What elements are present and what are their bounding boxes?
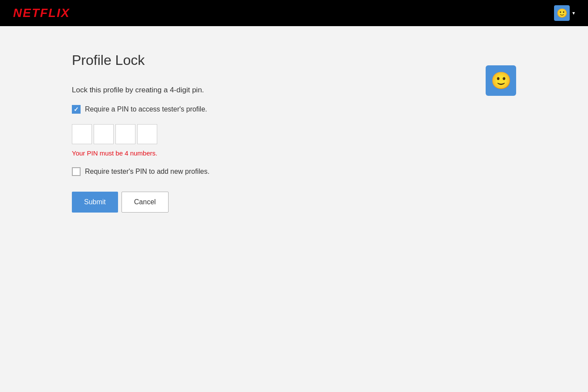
- main-wrapper: Profile Lock 🙂 Lock this profile by crea…: [0, 26, 588, 392]
- pin-input-3[interactable]: [115, 124, 135, 144]
- submit-button[interactable]: Submit: [72, 192, 118, 213]
- checkbox2-label: Require tester's PIN to add new profiles…: [85, 168, 210, 176]
- pin-input-1[interactable]: [72, 124, 92, 144]
- header: NETFLIX 🙂 ▾: [0, 0, 588, 26]
- profile-dropdown-arrow[interactable]: ▾: [572, 10, 575, 16]
- header-smiley-icon: 🙂: [557, 8, 568, 18]
- main-profile-avatar: 🙂: [486, 65, 516, 96]
- page-title: Profile Lock: [72, 52, 516, 68]
- checkmark-icon: ✓: [74, 106, 79, 113]
- checkbox1-label: Require a PIN to access tester's profile…: [85, 105, 207, 113]
- pin-input-2[interactable]: [94, 124, 114, 144]
- checkbox1-row: ✓ Require a PIN to access tester's profi…: [72, 105, 516, 114]
- checkbox2[interactable]: ✓: [72, 167, 81, 176]
- checkbox1[interactable]: ✓: [72, 105, 81, 114]
- main-content: Profile Lock 🙂 Lock this profile by crea…: [0, 26, 588, 366]
- checkbox2-row: ✓ Require tester's PIN to add new profil…: [72, 167, 516, 176]
- buttons-row: Submit Cancel: [72, 192, 516, 213]
- main-smiley-icon: 🙂: [491, 71, 511, 90]
- subtitle: Lock this profile by creating a 4-digit …: [72, 86, 516, 95]
- pin-input-4[interactable]: [137, 124, 157, 144]
- header-profile-avatar[interactable]: 🙂: [554, 5, 570, 21]
- pin-error-message: Your PIN must be 4 numbers.: [72, 149, 516, 157]
- header-right: 🙂 ▾: [554, 5, 575, 21]
- cancel-button[interactable]: Cancel: [122, 192, 169, 213]
- netflix-logo: NETFLIX: [13, 6, 70, 20]
- pin-container: [72, 124, 516, 144]
